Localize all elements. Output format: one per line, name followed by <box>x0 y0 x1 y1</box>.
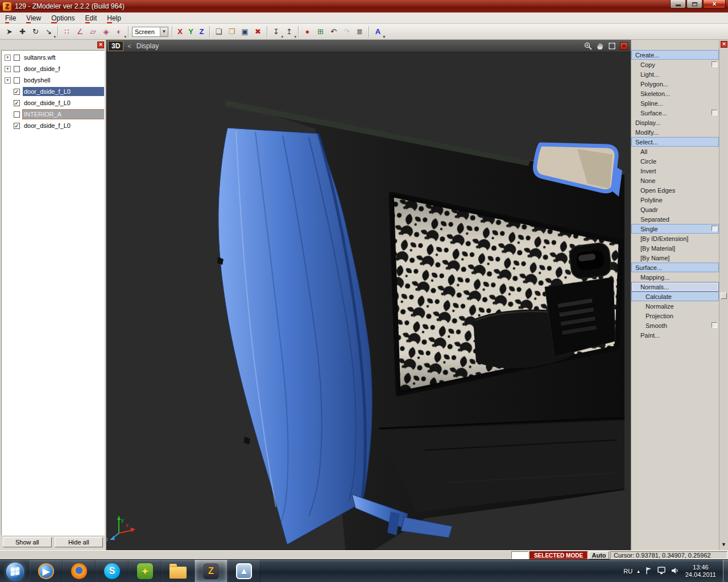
visibility-checkbox[interactable]: ✓ <box>14 89 20 95</box>
delete-icon[interactable]: ✖ <box>251 26 264 38</box>
visibility-checkbox[interactable]: ✓ <box>14 100 20 106</box>
command-option-checkbox[interactable] <box>712 61 717 67</box>
auto-button[interactable]: Auto <box>589 551 609 559</box>
tree-item-interior-a[interactable]: INTERIOR_A <box>2 109 104 120</box>
firefox-button[interactable] <box>63 560 96 582</box>
new-file-icon[interactable]: ❏ <box>212 26 225 38</box>
vertices-level-icon[interactable]: ∷ <box>60 26 73 38</box>
command-item-open-edges[interactable]: Open Edges <box>631 185 719 195</box>
network-icon[interactable] <box>657 567 666 576</box>
view-mode-button[interactable]: 3D <box>108 41 123 51</box>
view-back-button[interactable]: < <box>127 43 131 49</box>
tree-panel-close-icon[interactable]: ✕ <box>97 41 104 48</box>
start-button[interactable] <box>0 560 30 582</box>
command-item-normalize[interactable]: Normalize <box>631 301 719 311</box>
image-viewer-button[interactable]: ▲ <box>228 560 260 582</box>
tree-item-bodyshell[interactable]: +bodyshell <box>2 74 104 86</box>
view-mode-dropdown[interactable]: Screen▼ <box>132 27 168 37</box>
hide-all-button[interactable]: Hide all <box>55 537 104 547</box>
visibility-checkbox[interactable]: ✓ <box>14 123 20 129</box>
dropdown-arrow-icon[interactable]: ▼ <box>160 27 168 36</box>
language-indicator[interactable]: RU <box>623 568 632 575</box>
tree-item-door-dside-f-l0[interactable]: ✓door_dside_f_L0 <box>2 120 104 131</box>
tree-item-sultanrs-wft[interactable]: +sultanrs.wft <box>2 52 104 63</box>
command-item-none[interactable]: None <box>631 176 719 185</box>
clock[interactable]: 13:46 24.04.2011 <box>685 564 716 579</box>
action-center-icon[interactable] <box>644 567 652 576</box>
maximize-button[interactable] <box>686 0 702 9</box>
zmodeler-button[interactable]: Z <box>195 560 228 582</box>
command-item-projection[interactable]: Projection <box>631 311 719 321</box>
command-item-by-id-extension[interactable]: [By ID/Extension] <box>631 234 719 243</box>
objects-level-icon[interactable]: ◈ <box>100 26 113 38</box>
command-item-circle[interactable]: Circle <box>631 156 719 166</box>
viewport[interactable]: 3D < Display ✕ <box>106 40 631 550</box>
scrollbar-thumb[interactable] <box>721 293 727 299</box>
command-item-all[interactable]: All <box>631 147 719 156</box>
command-item-copy[interactable]: Copy <box>631 60 719 69</box>
media-player-button[interactable]: ▶ <box>30 560 63 582</box>
command-item-polygon[interactable]: Polygon... <box>631 79 719 89</box>
maximize-view-icon[interactable] <box>608 42 616 50</box>
menu-options[interactable]: Options <box>46 13 80 23</box>
tree-item-door-dside-f-l0[interactable]: ✓door_dside_f_L0 <box>2 86 104 97</box>
command-item-calculate[interactable]: Calculate <box>631 292 719 301</box>
visibility-checkbox[interactable] <box>14 66 20 72</box>
rotate-tool-icon[interactable]: ↻ <box>29 26 42 38</box>
command-item-modify[interactable]: Modify... <box>631 127 719 137</box>
show-all-button[interactable]: Show all <box>3 537 52 547</box>
tree-expander-icon[interactable]: + <box>5 55 11 61</box>
open-file-icon[interactable]: ❒ <box>225 26 238 38</box>
command-item-mapping[interactable]: Mapping... <box>631 272 719 282</box>
tree-item-door-dside-f-l0[interactable]: ✓door_dside_f_L0 <box>2 97 104 109</box>
grid-settings-icon[interactable]: ⊞ <box>314 26 327 38</box>
viewport-close-icon[interactable]: ✕ <box>620 42 628 50</box>
export-icon[interactable]: ↥▾ <box>283 26 296 38</box>
show-hidden-icons-button[interactable]: ▴ <box>637 568 640 574</box>
visibility-checkbox[interactable] <box>14 77 20 84</box>
visibility-checkbox[interactable] <box>14 55 20 61</box>
import-icon[interactable]: ↧▾ <box>270 26 283 38</box>
command-option-checkbox[interactable] <box>712 226 717 231</box>
command-item-quadr[interactable]: Quadr <box>631 205 719 214</box>
minimize-button[interactable] <box>670 0 686 9</box>
command-item-light[interactable]: Light... <box>631 69 719 79</box>
command-item-surface[interactable]: Surface... <box>631 263 719 272</box>
command-item-display[interactable]: Display... <box>631 118 719 127</box>
explorer-button[interactable] <box>162 560 195 582</box>
command-panel-scrollbar[interactable]: ✕ ▼ <box>719 40 728 550</box>
visibility-checkbox[interactable] <box>14 111 20 118</box>
command-item-paint[interactable]: Paint... <box>631 330 719 340</box>
redo-icon[interactable]: ↷ <box>340 26 353 38</box>
command-item-select[interactable]: Select... <box>631 137 719 147</box>
menu-edit[interactable]: Edit <box>80 13 102 23</box>
polygons-level-icon[interactable]: ▱ <box>86 26 100 38</box>
move-tool-icon[interactable]: ✚ <box>16 26 29 38</box>
tree-expander-icon[interactable]: + <box>5 66 11 72</box>
tree-item-door-dside-f[interactable]: +door_dside_f <box>2 63 104 74</box>
command-item-normals[interactable]: Normals... <box>631 282 719 292</box>
volume-icon[interactable] <box>671 567 679 576</box>
show-desktop-button[interactable] <box>723 560 728 582</box>
command-item-smooth[interactable]: Smooth <box>631 321 719 330</box>
axis-z-toggle[interactable]: Z <box>196 26 207 38</box>
green-app-button[interactable]: ✦ <box>129 560 162 582</box>
log-icon[interactable]: ≣ <box>353 26 366 38</box>
command-item-skeleton[interactable]: Skeleton... <box>631 89 719 98</box>
zoom-icon[interactable] <box>584 42 592 50</box>
menu-help[interactable]: Help <box>102 13 126 23</box>
menu-file[interactable]: File <box>0 13 21 23</box>
command-option-checkbox[interactable] <box>712 110 717 115</box>
uv-level-icon[interactable]: ◐▾ <box>113 26 126 38</box>
text-labels-icon[interactable]: A▾ <box>371 26 384 38</box>
command-item-by-name[interactable]: [By Name] <box>631 253 719 263</box>
tree-expander-icon[interactable]: + <box>5 77 11 84</box>
menu-view[interactable]: View <box>21 13 46 23</box>
save-file-icon[interactable]: ▣ <box>238 26 251 38</box>
select-tool-icon[interactable]: ➤ <box>3 26 16 38</box>
command-item-polyline[interactable]: Polyline <box>631 195 719 205</box>
close-button[interactable]: × <box>703 0 726 9</box>
3d-scene[interactable]: y x z <box>106 52 631 550</box>
command-item-by-material[interactable]: [By Material] <box>631 243 719 253</box>
scale-tool-icon[interactable]: ↘▾ <box>42 26 55 38</box>
